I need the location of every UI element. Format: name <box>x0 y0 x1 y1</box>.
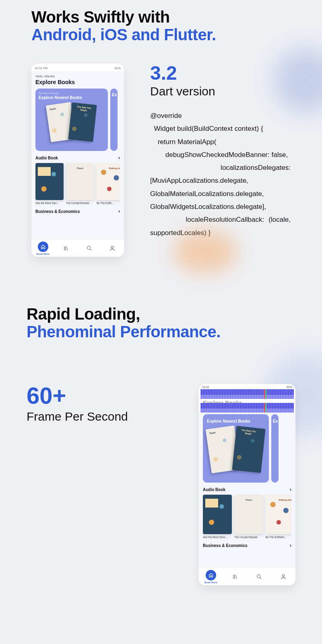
section-label: Audio Book <box>203 487 225 492</box>
fps-label: Frame Per Second <box>27 410 173 423</box>
heading-line1: Works Swiftly with <box>31 8 170 26</box>
fps-number: 60+ <box>27 384 173 407</box>
section-label: Audio Book <box>35 156 58 160</box>
svg-point-3 <box>282 574 284 576</box>
info-column: 3.2 Dart version @override Widget build(… <box>150 64 291 257</box>
hero-card: Newest Books Explore Newest Books Flash … <box>35 89 108 151</box>
status-bar: 10:32 PM 82% <box>31 66 124 71</box>
section-row-audio: Audio Book › <box>35 151 120 163</box>
perf-marker-red <box>264 403 265 413</box>
book-row: The Day You Begin See the More Story ...… <box>203 495 291 539</box>
cover-label: The Day You Begin <box>206 500 217 508</box>
status-time: 10:32 PM <box>35 67 47 70</box>
hero-peek-text: Ex <box>112 93 116 97</box>
hero-card-peek: Ex <box>110 89 118 151</box>
hero-card-peek: Ex <box>271 414 279 483</box>
book-row: The Day You Begin See the More Stor... T… <box>35 163 120 204</box>
nav-bookstore: Book Store <box>31 242 55 255</box>
status-battery: 82% <box>287 386 292 388</box>
book-caption: See the More Stor... <box>35 202 64 204</box>
phone-mockup-2: 10:32 82% Explore Books E <box>199 384 295 585</box>
svg-point-1 <box>111 246 114 248</box>
nav-label: Book Store <box>204 581 217 584</box>
home-icon <box>206 570 216 580</box>
hero-title: Explore Newest Books <box>207 419 265 423</box>
code-line: return MaterialApp( <box>150 136 291 149</box>
heading-line2: Phenominal Performance. <box>27 323 295 341</box>
book-card: The Day You Begin See the More Story ... <box>203 495 232 539</box>
bg-blob <box>173 229 237 274</box>
nav-library <box>55 245 78 252</box>
version-number: 3.2 <box>150 64 291 83</box>
code-line: Widget build(BuildContext context) { <box>150 122 291 135</box>
heading-line1: Rapid Loading, <box>27 305 140 323</box>
perf-marker-green <box>266 403 266 413</box>
perf-overlay-bottom <box>200 403 294 413</box>
book-label: Flash <box>50 107 56 111</box>
svg-point-2 <box>257 574 260 578</box>
phone-mockup-2-wrapper: 10:32 82% Explore Books E <box>199 384 295 585</box>
hero-card: Explore Newest Books Flash The Day You B… <box>203 414 269 483</box>
book-card: The Crucial Decade <box>234 495 263 539</box>
perf-overlay-top <box>200 389 294 399</box>
status-bar: 10:32 82% <box>199 384 295 389</box>
book-label: Flash <box>209 431 216 435</box>
chevron-right-icon: › <box>290 543 291 548</box>
section-row-audio: Audio Book › <box>203 483 291 495</box>
section-label: Business & Economics <box>203 543 248 548</box>
book-card: By The Editb... <box>97 163 120 204</box>
nav-profile <box>271 574 295 580</box>
version-label: Dart version <box>150 85 291 98</box>
book-cover: The Day You Begin <box>68 103 97 142</box>
hero-title: Explore Newest Books <box>39 95 105 100</box>
code-line: localizationsDelegates: [MuviAppLocaliza… <box>150 161 291 213</box>
section-row-business: Business & Economics › <box>203 539 291 551</box>
phone-mockup-1: 10:32 PM 82% Hello, Manish Explore Books… <box>31 64 124 257</box>
status-battery: 82% <box>115 67 121 70</box>
book-label: The Day You Begin <box>241 429 256 436</box>
svg-point-0 <box>87 246 90 249</box>
book-card: The Day You Begin See the More Stor... <box>35 163 64 204</box>
nav-search <box>78 245 101 252</box>
section-row-business: Business & Economics › <box>35 204 120 217</box>
home-icon <box>38 242 48 252</box>
book-caption: The Crucial Decade <box>234 536 263 539</box>
book-card: The Crucial Decade <box>66 163 94 204</box>
perf-marker-red <box>264 389 265 399</box>
book-card: By The Editbeth... <box>266 495 291 539</box>
book-caption: By The Editb... <box>97 202 120 204</box>
chevron-right-icon: › <box>290 487 291 492</box>
book-caption: By The Editbeth... <box>266 536 291 539</box>
code-line: debugShowCheckedModeBanner: false, <box>150 149 291 161</box>
nav-bookstore: Book Store <box>199 570 223 584</box>
book-caption: The Crucial Decade <box>66 202 94 204</box>
section2-heading: Rapid Loading, Phenominal Performance. <box>27 305 295 341</box>
code-line: @override <box>150 109 291 122</box>
perf-marker-green <box>266 389 266 399</box>
hello-text: Hello, Manish <box>35 74 120 78</box>
cover-label: The Day You Begin <box>39 168 50 176</box>
section-label: Business & Economics <box>35 209 80 214</box>
section-1: Works Swiftly with Android, iOS and Flut… <box>0 0 322 257</box>
hero-subtitle: Newest Books <box>39 92 105 95</box>
book-label: The Day You Begin <box>76 105 92 112</box>
nav-library <box>223 574 247 580</box>
book-cover: The Day You Begin <box>232 426 265 473</box>
status-time: 10:32 <box>202 386 209 388</box>
bottom-nav: Book Store <box>199 568 295 585</box>
section-2: Rapid Loading, Phenominal Performance. 6… <box>0 257 322 585</box>
fps-column: 60+ Frame Per Second <box>27 384 173 423</box>
chevron-right-icon: › <box>118 155 120 161</box>
nav-profile <box>101 245 124 252</box>
nav-label: Book Store <box>37 253 50 255</box>
chevron-right-icon: › <box>118 208 120 214</box>
section1-heading: Works Swiftly with Android, iOS and Flut… <box>31 8 291 43</box>
explore-title: Explore Books <box>35 79 120 85</box>
bottom-nav: Book Store <box>31 239 124 257</box>
nav-search <box>247 574 271 580</box>
book-caption: See the More Story ... <box>203 536 232 539</box>
heading-line2: Android, iOS and Flutter. <box>31 26 291 43</box>
code-block: @override Widget build(BuildContext cont… <box>150 109 291 239</box>
hero-peek-text: Ex <box>273 419 277 423</box>
